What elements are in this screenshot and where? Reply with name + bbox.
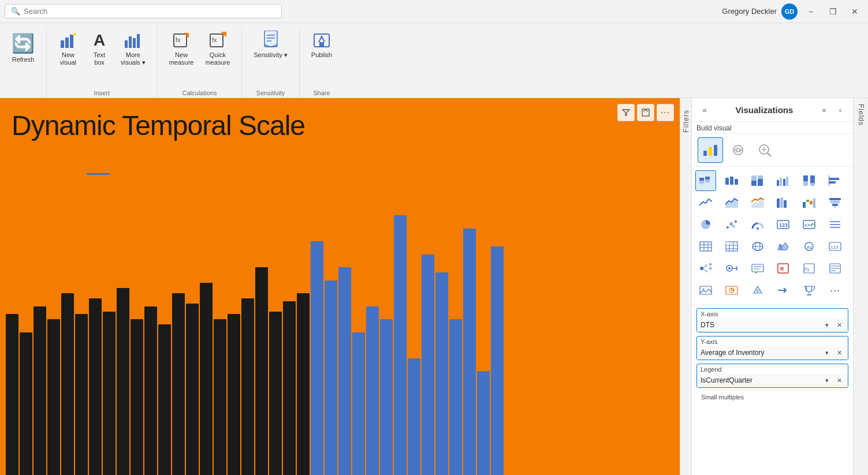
quick-measure-button[interactable]: fx Quick measure — [200, 29, 234, 69]
viz-type-stacked-bar[interactable] — [695, 170, 716, 191]
viz-type-100pct[interactable] — [747, 170, 768, 191]
viz-main-analytics-button[interactable] — [753, 137, 778, 163]
x-axis-dropdown[interactable]: ▾ — [822, 320, 832, 330]
bar-chart-bar[interactable] — [297, 293, 310, 475]
viz-type-shapes[interactable] — [747, 280, 768, 301]
bar-chart-bar[interactable] — [214, 319, 226, 475]
legend-value[interactable]: IsCurrentQuarter ▾ ✕ — [697, 373, 848, 387]
viz-type-ribbon[interactable] — [773, 192, 794, 213]
bar-chart-bar[interactable] — [338, 267, 351, 475]
viz-type-filled-map[interactable] — [773, 236, 794, 257]
viz-type-kpi[interactable]: KPI — [799, 214, 819, 235]
new-visual-button[interactable]: New visual — [54, 29, 83, 69]
bar-chart-bar[interactable] — [255, 267, 268, 475]
bar-chart-bar[interactable] — [241, 298, 254, 475]
chart-more-button[interactable]: ··· — [657, 104, 674, 121]
viz-nav-left-button[interactable]: « — [698, 103, 711, 117]
viz-type-area[interactable] — [721, 192, 742, 213]
viz-type-matrix[interactable] — [721, 236, 742, 257]
viz-collapse-button[interactable]: ‹ — [833, 103, 847, 117]
chart-filter-button[interactable] — [617, 104, 635, 121]
bar-chart-bar[interactable] — [186, 304, 199, 475]
bar-chart-bar[interactable] — [89, 298, 102, 475]
more-visuals-button[interactable]: More visuals ▾ — [116, 29, 150, 69]
bar-chart-bar[interactable] — [75, 314, 88, 475]
bar-chart-bar[interactable] — [103, 312, 116, 476]
viz-type-ppt[interactable] — [721, 280, 742, 301]
viz-type-map[interactable] — [747, 236, 768, 257]
viz-type-line[interactable] — [695, 192, 716, 213]
bar-chart-bar[interactable] — [422, 255, 434, 476]
y-axis-remove[interactable]: ✕ — [834, 347, 844, 358]
viz-type-pie[interactable] — [695, 214, 716, 235]
bar-chart-bar[interactable] — [61, 293, 74, 475]
bar-chart-bar[interactable] — [33, 306, 46, 476]
refresh-button[interactable]: 🔄 Refresh — [5, 29, 42, 66]
bar-chart-bar[interactable] — [477, 371, 490, 475]
bar-chart-bar[interactable] — [283, 301, 296, 476]
viz-type-funnel[interactable] — [825, 192, 845, 213]
minimize-button[interactable]: − — [802, 3, 819, 20]
bar-chart-bar[interactable] — [380, 319, 393, 475]
viz-type-gauge[interactable] — [747, 214, 768, 235]
bar-chart-bar[interactable] — [311, 241, 323, 475]
viz-type-clustered[interactable] — [773, 170, 794, 191]
bar-chart-bar[interactable] — [228, 314, 240, 475]
bar-chart-bar[interactable] — [158, 324, 171, 475]
bar-chart-bar[interactable] — [131, 319, 143, 475]
bar-chart-bar[interactable] — [6, 314, 18, 475]
viz-type-arrow[interactable] — [773, 280, 794, 301]
viz-nav-right-button[interactable]: » — [817, 103, 831, 117]
bar-chart-bar[interactable] — [491, 246, 504, 475]
y-axis-dropdown[interactable]: ▾ — [822, 347, 832, 358]
search-box[interactable]: 🔍 — [5, 4, 282, 18]
viz-type-smart-narrative[interactable] — [747, 258, 768, 279]
new-measure-button[interactable]: fx New measure — [165, 29, 199, 69]
x-axis-value[interactable]: DTS ▾ ✕ — [697, 318, 848, 332]
chart-expand-button[interactable] — [637, 104, 654, 121]
bar-chart-bar[interactable] — [172, 293, 185, 475]
viz-type-r-visual[interactable] — [825, 258, 845, 279]
bar-chart-bar[interactable] — [366, 306, 379, 476]
viz-type-col100[interactable] — [799, 170, 819, 191]
viz-type-paginated[interactable]: R — [773, 258, 794, 279]
viz-type-image[interactable] — [695, 280, 716, 301]
viz-type-decomp[interactable] — [695, 258, 716, 279]
viz-type-trophy[interactable] — [799, 280, 819, 301]
publish-button[interactable]: Publish — [307, 29, 337, 61]
viz-type-line-area[interactable] — [747, 192, 768, 213]
viz-type-scatter[interactable] — [721, 214, 742, 235]
x-axis-remove[interactable]: ✕ — [834, 320, 844, 330]
viz-main-bar-button[interactable] — [698, 137, 723, 163]
viz-type-key-influencer[interactable] — [721, 258, 742, 279]
bar-chart-bar[interactable] — [463, 229, 476, 476]
bar-chart-bar[interactable] — [20, 332, 32, 476]
y-axis-value[interactable]: Average of Inventory ▾ ✕ — [697, 346, 848, 360]
bar-chart-bar[interactable] — [394, 215, 407, 475]
viz-type-ellipsis[interactable]: ··· — [825, 280, 845, 301]
bar-chart-bar[interactable] — [200, 283, 213, 475]
restore-button[interactable]: ❐ — [824, 3, 841, 20]
text-box-button[interactable]: A Text box — [85, 29, 114, 69]
search-input[interactable] — [24, 7, 275, 16]
bar-chart-bar[interactable] — [435, 272, 448, 475]
bar-chart-bar[interactable] — [117, 288, 129, 475]
sensitivity-button[interactable]: Sensitivity ▾ — [249, 29, 292, 61]
bar-chart-bar[interactable] — [325, 280, 337, 476]
bar-chart-bar[interactable] — [408, 358, 420, 476]
legend-dropdown[interactable]: ▾ — [822, 375, 832, 386]
bar-chart-bar[interactable] — [269, 312, 282, 476]
viz-type-number[interactable]: 123 — [825, 236, 845, 257]
legend-remove[interactable]: ✕ — [834, 375, 844, 386]
close-button[interactable]: ✕ — [846, 3, 863, 20]
viz-type-azure-map[interactable]: Az — [799, 236, 819, 257]
viz-type-card[interactable]: 123 — [773, 214, 794, 235]
bar-chart-bar[interactable] — [352, 332, 365, 476]
bar-chart-bar[interactable] — [47, 319, 60, 475]
viz-type-table[interactable] — [695, 236, 716, 257]
viz-main-format-button[interactable] — [725, 137, 751, 163]
bar-chart-bar[interactable] — [144, 306, 157, 476]
viz-type-python[interactable]: Py — [799, 258, 819, 279]
bar-chart-bar[interactable] — [449, 319, 462, 475]
viz-type-slicer[interactable] — [825, 214, 845, 235]
